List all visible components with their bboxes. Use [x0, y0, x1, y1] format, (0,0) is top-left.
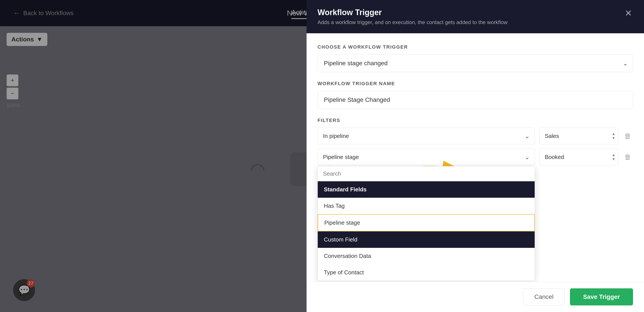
- filter-row-2: Pipeline stage ⌄ Standard Fields Has Tag…: [318, 149, 633, 165]
- filter-field-select-1[interactable]: In pipeline: [318, 128, 535, 144]
- filter-value-select-2[interactable]: Booked: [539, 149, 618, 165]
- filters-section: FILTERS In pipeline ⌄ Sales ▲: [318, 118, 633, 165]
- dropdown-item-pipeline-stage[interactable]: Pipeline stage: [318, 214, 535, 231]
- filter-delete-button-1[interactable]: 🗑: [622, 130, 633, 142]
- panel-subtitle: Adds a workflow trigger, and on executio…: [318, 19, 508, 25]
- close-panel-button[interactable]: ✕: [624, 8, 633, 18]
- app-container: ← Back to Workflows Actions Settings New…: [0, 0, 644, 312]
- panel-body: CHOOSE A WORKFLOW TRIGGER Pipeline stage…: [306, 33, 644, 282]
- filter-field-wrapper-1: In pipeline ⌄: [318, 128, 535, 144]
- panel-header-content: Workflow Trigger Adds a workflow trigger…: [318, 8, 508, 25]
- save-trigger-button[interactable]: Save Trigger: [570, 288, 633, 306]
- dropdown-item-custom-field[interactable]: Custom Field: [318, 231, 535, 248]
- filter-field-select-2[interactable]: Pipeline stage: [318, 149, 535, 165]
- panel-header: Workflow Trigger Adds a workflow trigger…: [306, 0, 644, 33]
- dropdown-search-input[interactable]: [318, 166, 535, 181]
- filter-value-wrapper-2: Booked ▲ ▼: [539, 149, 618, 165]
- filter-field-wrapper-2: Pipeline stage ⌄ Standard Fields Has Tag…: [318, 149, 535, 165]
- filter-delete-button-2[interactable]: 🗑: [622, 151, 633, 163]
- filter-dropdown-popup: Standard Fields Has Tag Pipeline stage C…: [318, 166, 535, 281]
- trigger-name-input[interactable]: [318, 91, 633, 109]
- dropdown-item-standard-fields[interactable]: Standard Fields: [318, 181, 535, 198]
- panel-title: Workflow Trigger: [318, 8, 508, 17]
- filter-value-select-1[interactable]: Sales: [539, 128, 618, 144]
- trigger-panel: Workflow Trigger Adds a workflow trigger…: [306, 0, 644, 312]
- filter-value-arrows-1: ▲ ▼: [612, 132, 616, 140]
- choose-trigger-label: CHOOSE A WORKFLOW TRIGGER: [318, 44, 633, 50]
- trigger-select-wrapper: Pipeline stage changed ⌄: [318, 54, 633, 72]
- panel-footer: Cancel Save Trigger: [306, 282, 644, 312]
- trigger-select[interactable]: Pipeline stage changed: [318, 54, 633, 72]
- cancel-button[interactable]: Cancel: [523, 288, 565, 306]
- filter-value-arrows-2: ▲ ▼: [612, 153, 616, 161]
- filters-label: FILTERS: [318, 118, 633, 123]
- dropdown-item-has-tag[interactable]: Has Tag: [318, 198, 535, 214]
- filter-row-1: In pipeline ⌄ Sales ▲ ▼ 🗑: [318, 128, 633, 144]
- dropdown-item-type-of-contact[interactable]: Type of Contact: [318, 264, 535, 281]
- filter-value-wrapper-1: Sales ▲ ▼: [539, 128, 618, 144]
- trigger-name-label: WORKFLOW TRIGGER NAME: [318, 81, 633, 86]
- dropdown-item-conversation-data[interactable]: Conversation Data: [318, 248, 535, 264]
